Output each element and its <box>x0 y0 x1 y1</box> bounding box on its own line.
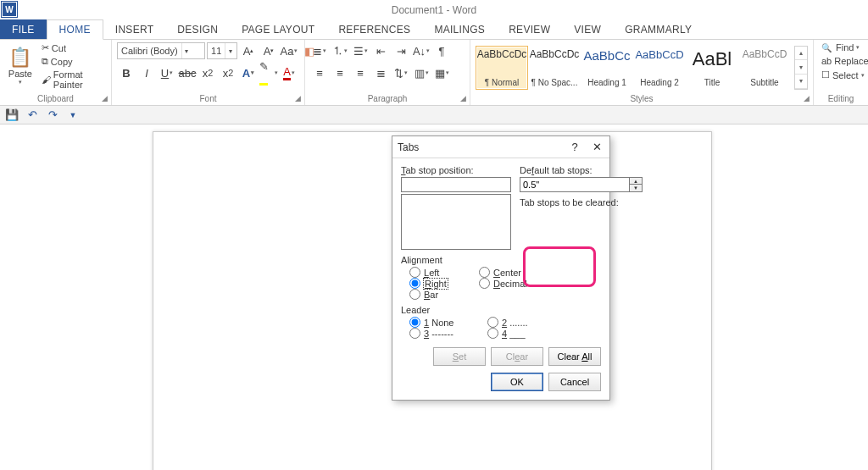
tab-insert[interactable]: INSERT <box>103 19 166 39</box>
bullets-button[interactable]: ≣ <box>310 41 329 60</box>
clear-all-button[interactable]: Clear All <box>548 347 601 366</box>
change-case-button[interactable]: Aa <box>280 41 298 60</box>
tab-review[interactable]: REVIEW <box>497 19 562 39</box>
sort-icon: A↓ <box>413 45 426 58</box>
style-subtitle[interactable]: AaBbCcDSubtitle <box>738 46 791 90</box>
justify-button[interactable]: ≣ <box>371 64 390 82</box>
style-preview: AaBbCcD <box>743 48 787 60</box>
font-size-combo[interactable]: 11▾ <box>207 42 237 59</box>
tab-references[interactable]: REFERENCES <box>326 19 422 39</box>
default-tab-stops-input[interactable] <box>520 177 630 192</box>
superscript-button[interactable]: x2 <box>219 64 237 82</box>
tab-design[interactable]: DESIGN <box>165 19 230 39</box>
tab-home[interactable]: HOME <box>47 19 103 40</box>
leader-none-radio[interactable]: 1 None <box>409 317 472 328</box>
increase-indent-button[interactable]: ⇥ <box>392 41 410 60</box>
paragraph-dialog-launcher-icon[interactable]: ◢ <box>458 93 468 103</box>
align-center-radio[interactable]: Center <box>479 267 533 278</box>
leader-dots-radio[interactable]: 2 ....... <box>487 317 550 328</box>
numbering-button[interactable]: ⒈ <box>331 41 349 60</box>
default-tab-stops-spinner[interactable]: ▲▼ <box>520 177 643 192</box>
align-right-button[interactable]: ≡ <box>351 64 370 82</box>
tab-file[interactable]: FILE <box>0 19 47 39</box>
align-decimal-radio[interactable]: Decimal <box>479 278 533 289</box>
shrink-font-button[interactable]: A▾ <box>259 41 278 60</box>
tab-stop-position-input[interactable] <box>401 177 511 192</box>
dialog-close-button[interactable]: ✕ <box>587 138 606 155</box>
chevron-down-icon: ▾ <box>225 43 235 58</box>
bold-button[interactable]: B <box>117 64 136 82</box>
save-icon: 💾 <box>5 108 19 121</box>
italic-button[interactable]: I <box>137 64 156 82</box>
format-painter-label: Format Painter <box>53 69 103 90</box>
borders-button[interactable]: ▦ <box>432 64 451 82</box>
outdent-icon: ⇤ <box>376 45 386 58</box>
spin-down-icon[interactable]: ▼ <box>630 185 642 191</box>
clipboard-dialog-launcher-icon[interactable]: ◢ <box>99 93 109 103</box>
tab-mailings[interactable]: MAILINGS <box>422 19 497 39</box>
font-color-button[interactable]: A <box>280 64 298 82</box>
select-button[interactable]: ☐Select ▾ <box>819 69 868 81</box>
tab-view[interactable]: VIEW <box>562 19 613 39</box>
subscript-button[interactable]: x2 <box>198 64 217 82</box>
replace-button[interactable]: abReplace <box>819 55 868 67</box>
clear-button[interactable]: Clear <box>491 347 543 366</box>
highlight-color-button[interactable]: ✎ <box>259 64 278 82</box>
group-styles: AaBbCcDc¶ NormalAaBbCcDc¶ No Spac...AaBb… <box>470 40 814 105</box>
style-title[interactable]: AaBlTitle <box>686 46 738 90</box>
show-marks-button[interactable]: ¶ <box>432 41 451 60</box>
align-left-button[interactable]: ≡ <box>310 64 329 82</box>
styles-dialog-launcher-icon[interactable]: ◢ <box>801 93 811 103</box>
decrease-indent-button[interactable]: ⇤ <box>371 41 390 60</box>
redo-button[interactable]: ↷ <box>44 108 61 123</box>
find-button[interactable]: Find ▾ <box>819 41 868 53</box>
styles-more-button[interactable]: ▴ ▾ ▾ <box>794 46 808 90</box>
borders-icon: ▦ <box>435 67 445 80</box>
copy-button[interactable]: ⧉Copy <box>39 55 106 68</box>
text-effects-button[interactable]: A <box>239 64 258 82</box>
align-left-icon: ≡ <box>316 67 323 80</box>
leader-label: Leader <box>401 305 601 315</box>
shading-button[interactable]: ▥ <box>412 64 431 82</box>
style-heading-1[interactable]: AaBbCcHeading 1 <box>581 46 633 90</box>
sort-button[interactable]: A↓ <box>412 41 431 60</box>
qat-customize-button[interactable]: ▼ <box>64 108 81 123</box>
style-preview: AaBbCcDc <box>530 48 580 60</box>
font-name-combo[interactable]: Calibri (Body)▾ <box>117 42 205 59</box>
style-name-label: ¶ Normal <box>485 78 519 87</box>
leader-section: Leader 1 None 2 ....... 3 ------- 4 ___ <box>401 305 601 339</box>
align-right-radio[interactable]: Right <box>409 278 464 289</box>
dialog-help-button[interactable]: ? <box>565 138 584 155</box>
strikethrough-button[interactable]: abc <box>178 64 197 82</box>
tab-stop-list[interactable] <box>401 194 511 250</box>
font-dialog-launcher-icon[interactable]: ◢ <box>292 93 303 103</box>
set-button[interactable]: Set <box>433 347 486 366</box>
style-heading-2[interactable]: AaBbCcDHeading 2 <box>633 46 686 90</box>
style--normal[interactable]: AaBbCcDc¶ Normal <box>476 46 528 90</box>
save-button[interactable]: 💾 <box>3 108 20 123</box>
group-label-font: Font <box>117 93 299 105</box>
ok-button[interactable]: OK <box>491 373 543 391</box>
quick-access-toolbar: 💾 ↶ ↷ ▼ <box>0 106 868 124</box>
format-painter-button[interactable]: 🖌Format Painter <box>39 69 106 91</box>
paste-button[interactable]: 📋 Paste ▾ <box>5 41 36 91</box>
line-spacing-button[interactable]: ⇅ <box>392 64 410 82</box>
cancel-button[interactable]: Cancel <box>548 373 601 391</box>
numbering-icon: ⒈ <box>332 43 343 58</box>
align-left-radio[interactable]: Left <box>409 267 464 278</box>
dialog-titlebar[interactable]: Tabs ? ✕ <box>392 136 609 158</box>
style--no-spac-[interactable]: AaBbCcDc¶ No Spac... <box>528 46 581 90</box>
leader-dashes-radio[interactable]: 3 ------- <box>409 328 472 339</box>
grow-font-button[interactable]: A▴ <box>239 41 258 60</box>
underline-button[interactable]: U <box>158 64 176 82</box>
leader-underline-radio[interactable]: 4 ___ <box>487 328 550 339</box>
tab-page-layout[interactable]: PAGE LAYOUT <box>230 19 326 39</box>
align-center-button[interactable]: ≡ <box>331 64 349 82</box>
multilevel-list-button[interactable]: ☰ <box>351 41 370 60</box>
align-bar-radio[interactable]: Bar <box>409 289 464 300</box>
tab-grammarly[interactable]: GRAMMARLY <box>613 19 704 39</box>
undo-button[interactable]: ↶ <box>24 108 41 123</box>
cut-button[interactable]: ✂Cut <box>39 41 106 54</box>
group-font: Calibri (Body)▾ 11▾ A▴ A▾ Aa ◧ B I U abc… <box>112 40 305 105</box>
spin-up-icon[interactable]: ▲ <box>630 178 642 185</box>
